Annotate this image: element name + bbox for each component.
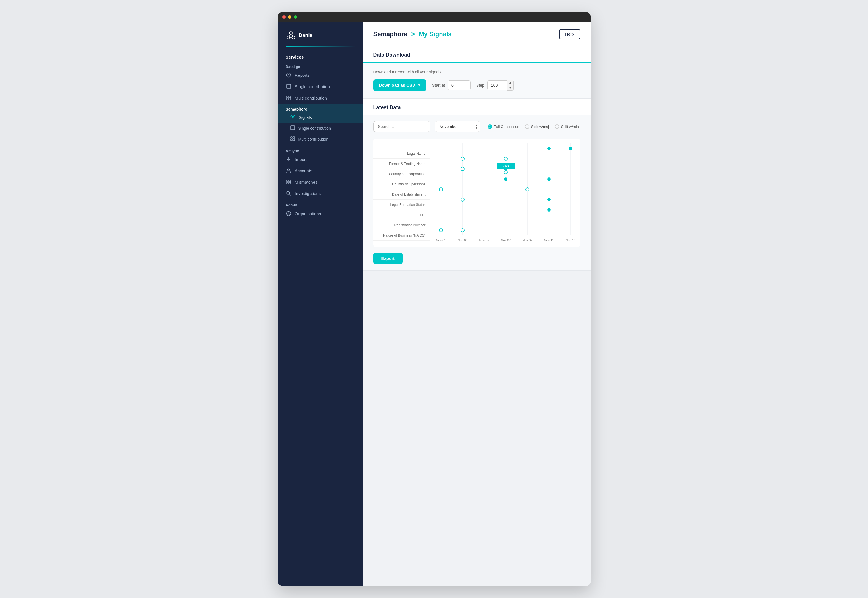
month-select[interactable]: November October December [435, 121, 480, 132]
app-container: Danie Services Datalign Reports [278, 22, 590, 586]
radio-circle-maj [525, 124, 529, 129]
browser-window: Danie Services Datalign Reports [278, 12, 590, 586]
sidebar-amlytic-label: Amlytic [278, 145, 363, 154]
sidebar-item-single-contrib-1[interactable]: Single contribution [278, 81, 363, 92]
sidebar-item-multi-contrib-2[interactable]: Multi contribution [278, 134, 363, 145]
download-csv-button[interactable]: Download as CSV ▼ [373, 79, 426, 91]
svg-point-0 [290, 31, 292, 34]
radio-split-min[interactable]: Split w/min [555, 124, 579, 129]
sidebar-item-single-contrib-2[interactable]: Single contribution [278, 123, 363, 134]
grid-icon-2 [290, 136, 295, 142]
x-label-nov03: Nov 03 [457, 239, 468, 242]
logo-icon [286, 30, 296, 40]
svg-rect-15 [293, 137, 294, 139]
dot-incorp-1 [461, 167, 464, 170]
label-country-incorp: Country of Incorporation [373, 169, 430, 179]
dot-legal-name-2 [569, 147, 572, 150]
data-download-section: Data Download Download a report with all… [363, 46, 590, 99]
help-button[interactable]: Help [559, 29, 580, 39]
radio-split-maj[interactable]: Split w/maj [525, 124, 549, 129]
export-button[interactable]: Export [373, 253, 403, 264]
radio-full-consensus[interactable]: Full Consensus [488, 124, 520, 129]
month-select-wrapper: November October December ▲ ▼ [435, 121, 480, 132]
svg-rect-22 [289, 182, 291, 184]
latest-data-section: Latest Data November October December [363, 99, 590, 271]
dot-naics-2 [461, 229, 464, 232]
dot-ops-2 [547, 178, 551, 181]
svg-rect-11 [289, 98, 291, 100]
label-lei: LEI [373, 210, 430, 220]
x-label-nov01: Nov 01 [436, 239, 446, 242]
chart-inner: Legal Name Former & Trading Name Country… [373, 143, 580, 247]
svg-rect-20 [289, 180, 291, 182]
sidebar-multi-contrib-1-label: Multi contribution [295, 96, 327, 100]
x-label-nov09: Nov 09 [522, 239, 532, 242]
svg-point-1 [287, 36, 290, 39]
data-download-title: Data Download [373, 52, 580, 62]
sidebar-single-contrib-2-label: Single contribution [298, 126, 331, 130]
sidebar-item-accounts[interactable]: Accounts [278, 165, 363, 176]
download-row: Download as CSV ▼ Start at Step [373, 79, 580, 91]
minimize-dot[interactable] [288, 15, 291, 19]
x-label-nov07: Nov 07 [500, 239, 511, 242]
sidebar-item-import[interactable]: Import [278, 154, 363, 165]
step-arrows: ▲ ▼ [507, 80, 514, 91]
sidebar-divider [286, 46, 355, 46]
chart-area: Legal Name Former & Trading Name Country… [373, 139, 580, 247]
svg-rect-17 [293, 139, 294, 141]
dot-estab-1 [439, 188, 443, 191]
sidebar-import-label: Import [295, 157, 307, 162]
latest-data-title: Latest Data [373, 105, 580, 115]
search-input[interactable] [373, 121, 430, 132]
sidebar-signals-label: Signals [299, 115, 312, 120]
dot-naics-1 [439, 229, 443, 232]
dot-ops-1 [504, 178, 508, 181]
svg-rect-9 [289, 96, 291, 97]
dot-incorp-2 [504, 170, 508, 174]
label-former-trading: Former & Trading Name [373, 158, 430, 169]
svg-rect-8 [287, 96, 288, 97]
maximize-dot[interactable] [294, 15, 297, 19]
logo: Danie [278, 22, 363, 46]
sidebar-item-organisations[interactable]: Organisations [278, 208, 363, 219]
close-dot[interactable] [282, 15, 286, 19]
svg-rect-7 [287, 84, 291, 88]
dot-legal-form-1 [461, 198, 464, 201]
step-up-button[interactable]: ▲ [507, 80, 514, 85]
dropdown-caret-icon: ▼ [417, 83, 421, 87]
sidebar-item-signals[interactable]: Signals [278, 112, 363, 123]
step-group: Step ▲ ▼ [476, 80, 514, 91]
sidebar-item-investigations[interactable]: Investigations [278, 188, 363, 199]
svg-rect-19 [287, 180, 288, 182]
radio-circle-min [555, 124, 559, 129]
label-naics: Nature of Business (NAICS) [373, 230, 430, 241]
svg-line-4 [291, 34, 293, 36]
chart-data-area: 763 [430, 143, 580, 247]
grid2-icon [286, 179, 291, 185]
logo-text: Danie [299, 33, 313, 38]
breadcrumb: Semaphore > My Signals [373, 30, 452, 38]
start-at-group: Start at [432, 81, 471, 90]
svg-point-25 [288, 212, 289, 214]
sidebar-mismatches-label: Mismatches [295, 180, 318, 185]
content-body: Data Download Download a report with all… [363, 46, 590, 586]
sidebar-item-mismatches[interactable]: Mismatches [278, 176, 363, 188]
svg-rect-16 [291, 139, 292, 141]
sidebar-item-reports[interactable]: Reports [278, 69, 363, 81]
sidebar-item-multi-contrib-1[interactable]: Multi contribution [278, 92, 363, 103]
step-down-button[interactable]: ▼ [507, 85, 514, 90]
svg-point-23 [287, 191, 290, 194]
label-reg-number: Registration Number [373, 220, 430, 230]
dot-lei-1 [547, 208, 551, 212]
step-value-input[interactable] [487, 81, 507, 90]
svg-point-18 [287, 169, 290, 171]
browser-chrome [278, 12, 590, 22]
user-circle-icon [286, 211, 291, 217]
svg-rect-21 [287, 182, 288, 184]
start-at-label: Start at [432, 83, 445, 88]
square-icon-2 [290, 126, 295, 131]
chart-svg: 763 [430, 143, 580, 246]
x-label-nov11: Nov 11 [544, 239, 554, 242]
radio-group: Full Consensus Split w/maj Split w/min [488, 124, 579, 129]
start-at-input[interactable] [448, 81, 471, 90]
